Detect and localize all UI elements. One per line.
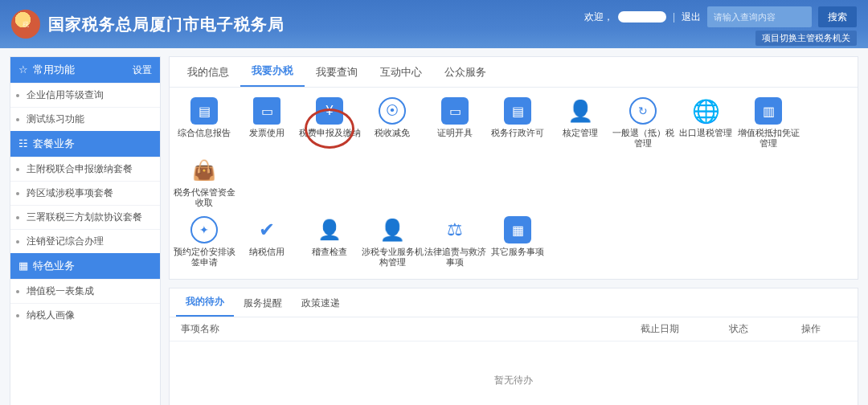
settings-link[interactable]: 设置 (133, 63, 152, 77)
star-icon: ☆ (18, 63, 28, 76)
wallet-icon: ¥ (316, 97, 343, 125)
tab-query[interactable]: 我要查询 (305, 58, 369, 87)
sidebar-item-label: 纳税人画像 (27, 309, 75, 322)
sidebar-section-common[interactable]: ☆常用功能 设置 (10, 57, 160, 83)
sidebar-section-label: 特色业务 (33, 260, 75, 272)
grid-icon: ▦ (18, 260, 28, 272)
service-label: 税费申报及缴纳 (298, 128, 361, 149)
ticket2-icon: ▭ (441, 97, 469, 125)
service-label: 涉税专业服务机构管理 (361, 247, 424, 268)
sidebar-item[interactable]: 增值税一表集成 (10, 279, 160, 303)
service-label: 税务代保管资金收取 (173, 187, 235, 208)
service-doc[interactable]: ▤综合信息报告 (173, 97, 235, 149)
sidebar-section-package[interactable]: ☷套餐业务 (10, 131, 160, 157)
compass-icon: ✦ (190, 216, 218, 243)
person-icon: 👤 (316, 216, 343, 243)
sidebar-item[interactable]: 企业信用等级查询 (10, 83, 160, 107)
empty-state: 暂无待办 (170, 342, 858, 405)
sidebar-item-label: 跨区域涉税事项套餐 (27, 186, 113, 200)
service-refresh[interactable]: ↻一般退（抵）税管理 (612, 97, 674, 149)
user-icon: 👤 (567, 97, 594, 125)
service-label: 综合信息报告 (173, 128, 235, 149)
ticket-icon: ▭ (253, 97, 280, 125)
sidebar-section-featured[interactable]: ▦特色业务 (10, 253, 160, 279)
gavel-icon: ⚖ (441, 216, 469, 243)
service-doc[interactable]: ▤税务行政许可 (486, 97, 549, 149)
site-title: 国家税务总局厦门市电子税务局 (48, 14, 285, 35)
sidebar-item-label: 注销登记综合办理 (27, 235, 104, 248)
service-label: 一般退（抵）税管理 (612, 128, 674, 149)
col-status: 状态 (729, 322, 801, 336)
username-masked (618, 11, 666, 22)
tab-interact[interactable]: 互动中心 (369, 58, 433, 87)
tab-todo[interactable]: 我的待办 (176, 288, 234, 317)
refresh-icon: ↻ (629, 97, 657, 125)
service-coin[interactable]: ⦿税收减免 (361, 97, 424, 149)
service-label: 出口退税管理 (674, 128, 737, 149)
sidebar-item[interactable]: 注销登记综合办理 (10, 229, 160, 253)
tab-handle-tax[interactable]: 我要办税 (240, 56, 305, 87)
doc-icon: ▤ (190, 97, 218, 125)
service-label: 证明开具 (424, 128, 486, 149)
service-label: 纳税信用 (235, 247, 298, 268)
sidebar-item[interactable]: 纳税人画像 (10, 303, 160, 327)
service-person[interactable]: 👤稽查检查 (298, 216, 361, 268)
search-input[interactable] (707, 6, 812, 27)
sidebar-section-label: 套餐业务 (33, 137, 75, 149)
main-content: 我的信息 我要办税 我要查询 互动中心 公众服务 ▤综合信息报告▭发票使用¥税费… (169, 56, 858, 405)
bag-icon: 👜 (190, 157, 218, 184)
sidebar-item-label: 增值税一表集成 (27, 284, 94, 298)
tab-notice[interactable]: 服务提醒 (234, 290, 292, 317)
services-panel: 我的信息 我要办税 我要查询 互动中心 公众服务 ▤综合信息报告▭发票使用¥税费… (169, 56, 858, 280)
service-compass[interactable]: ✦预约定价安排谈签申请 (173, 216, 235, 268)
sidebar-section-label: 常用功能 (33, 63, 75, 76)
col-name: 事项名称 (170, 322, 641, 336)
tax-emblem-logo: 税 (11, 10, 40, 39)
service-user[interactable]: 👤核定管理 (549, 97, 612, 149)
doc-icon: ▤ (504, 97, 531, 125)
service-gavel[interactable]: ⚖法律追责与救济事项 (424, 216, 486, 268)
service-label: 税务行政许可 (486, 128, 549, 149)
sidebar-item[interactable]: 三署联税三方划款协议套餐 (10, 205, 160, 229)
service-ticket[interactable]: ▭发票使用 (235, 97, 298, 149)
service-label: 法律追责与救济事项 (424, 247, 486, 268)
sidebar-item[interactable]: 测试练习功能 (10, 107, 160, 131)
service-wallet[interactable]: ¥税费申报及缴纳 (298, 97, 361, 149)
service-bag[interactable]: 👜税务代保管资金收取 (173, 157, 235, 208)
welcome-label: 欢迎， (584, 10, 613, 24)
logout-link[interactable]: 退出 (682, 10, 701, 24)
tab-public[interactable]: 公众服务 (433, 58, 497, 87)
lower-tabs: 我的待办 服务提醒 政策速递 (170, 288, 858, 317)
search-button[interactable]: 搜索 (818, 6, 857, 27)
service-book[interactable]: ▥增值税抵扣凭证管理 (737, 97, 800, 149)
welcome-text: 欢迎， (584, 10, 666, 24)
sidebar-item[interactable]: 跨区域涉税事项套餐 (10, 181, 160, 205)
service-ticket2[interactable]: ▭证明开具 (424, 97, 486, 149)
service-shield[interactable]: ✔纳税信用 (235, 216, 298, 268)
cal-icon: ▦ (504, 216, 531, 243)
sidebar-item[interactable]: 主附税联合申报缴纳套餐 (10, 157, 160, 181)
tab-policy[interactable]: 政策速递 (292, 290, 350, 317)
sidebar-item-label: 测试练习功能 (27, 112, 84, 126)
tab-my-info[interactable]: 我的信息 (176, 58, 240, 87)
sidebar-item-label: 三署联税三方划款协议套餐 (27, 211, 142, 224)
switch-tax-org-link[interactable]: 项目切换主管税务机关 (755, 31, 857, 46)
service-globe[interactable]: 🌐出口退税管理 (674, 97, 737, 149)
coin-icon: ⦿ (379, 97, 406, 125)
service-label: 发票使用 (235, 128, 298, 149)
service-label: 核定管理 (549, 128, 612, 149)
todo-panel: 我的待办 服务提醒 政策速递 事项名称 截止日期 状态 操作 暂无待办 (169, 288, 858, 405)
header: 税 国家税务总局厦门市电子税务局 欢迎， | 退出 搜索 项目切换主管税务机关 (0, 0, 868, 48)
service-label: 稽查检查 (298, 247, 361, 268)
top-tabs: 我的信息 我要办税 我要查询 互动中心 公众服务 (170, 57, 858, 88)
package-icon: ☷ (18, 137, 28, 149)
service-label: 增值税抵扣凭证管理 (737, 128, 800, 149)
service-user[interactable]: 👤涉税专业服务机构管理 (361, 216, 424, 268)
col-op: 操作 (801, 322, 858, 336)
service-cal[interactable]: ▦其它服务事项 (486, 216, 549, 268)
col-date: 截止日期 (641, 322, 729, 336)
book-icon: ▥ (755, 97, 782, 125)
user-icon: 👤 (379, 216, 406, 243)
service-label: 预约定价安排谈签申请 (173, 247, 235, 268)
service-label: 税收减免 (361, 128, 424, 149)
